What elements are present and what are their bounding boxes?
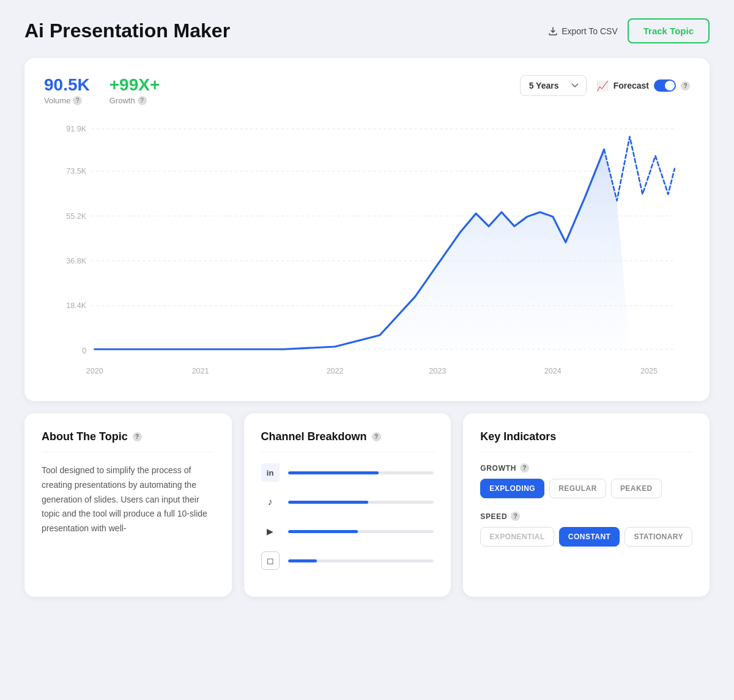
stationary-button[interactable]: STATIONARY bbox=[625, 527, 692, 547]
growth-indicator-help[interactable]: ? bbox=[520, 463, 529, 473]
years-select[interactable]: 5 Years 1 Year 2 Years 10 Years bbox=[520, 75, 587, 96]
instagram-icon: ◻ bbox=[261, 551, 280, 570]
volume-label: Volume ? bbox=[44, 96, 90, 105]
youtube-bar bbox=[288, 530, 434, 533]
volume-help-icon[interactable]: ? bbox=[73, 96, 82, 105]
list-item: ♪ bbox=[261, 493, 434, 511]
channel-title: Channel Breakdown ? bbox=[261, 430, 434, 443]
list-item: ◻ bbox=[261, 551, 434, 570]
indicators-title: Key Indicators bbox=[480, 430, 692, 443]
svg-text:2020: 2020 bbox=[86, 367, 103, 375]
about-text: Tool designed to simplify the process of… bbox=[42, 463, 215, 536]
forecast-label: Forecast bbox=[614, 81, 649, 90]
indicators-divider bbox=[480, 452, 692, 452]
export-button[interactable]: Export To CSV bbox=[548, 26, 618, 36]
chart-card: 90.5K Volume ? +99X+ Growth ? 5 Years 1 … bbox=[24, 58, 710, 401]
growth-help-icon[interactable]: ? bbox=[138, 96, 147, 105]
growth-label: Growth ? bbox=[109, 96, 160, 105]
peaked-button[interactable]: PEAKED bbox=[611, 479, 662, 498]
instagram-bar bbox=[288, 559, 434, 562]
exploding-button[interactable]: EXPLODING bbox=[480, 479, 544, 498]
list-item: ▶ bbox=[261, 522, 434, 540]
growth-indicator-label: GROWTH ? bbox=[480, 463, 692, 473]
forecast-help-icon[interactable]: ? bbox=[681, 81, 690, 90]
forecast-toggle[interactable] bbox=[654, 79, 676, 92]
about-title: About The Topic ? bbox=[42, 430, 215, 443]
speed-indicator-label: SPEED ? bbox=[480, 512, 692, 521]
chart-header: 90.5K Volume ? +99X+ Growth ? 5 Years 1 … bbox=[44, 75, 690, 105]
svg-text:2025: 2025 bbox=[640, 367, 658, 375]
constant-button[interactable]: CONSTANT bbox=[559, 527, 620, 547]
header-actions: Export To CSV Track Topic bbox=[548, 18, 710, 43]
growth-buttons: EXPLODING REGULAR PEAKED bbox=[480, 479, 692, 498]
linkedin-bar bbox=[288, 471, 434, 474]
speed-indicator-help[interactable]: ? bbox=[511, 512, 520, 521]
channel-card: Channel Breakdown ? in ♪ ▶ bbox=[244, 413, 451, 597]
svg-text:2021: 2021 bbox=[192, 367, 209, 375]
speed-indicator: SPEED ? EXPONENTIAL CONSTANT STATIONARY bbox=[480, 512, 692, 547]
svg-text:55.2K: 55.2K bbox=[66, 212, 86, 221]
tiktok-bar bbox=[288, 501, 434, 504]
svg-text:36.8K: 36.8K bbox=[66, 257, 86, 265]
svg-text:73.5K: 73.5K bbox=[66, 167, 86, 175]
speed-buttons: EXPONENTIAL CONSTANT STATIONARY bbox=[480, 527, 692, 547]
page-title: Ai Presentation Maker bbox=[24, 20, 230, 42]
growth-indicator: GROWTH ? EXPLODING REGULAR PEAKED bbox=[480, 463, 692, 498]
chart-controls: 5 Years 1 Year 2 Years 10 Years 📈 Foreca… bbox=[520, 75, 690, 96]
channel-help-icon[interactable]: ? bbox=[372, 432, 381, 441]
trend-chart: 91.9K 73.5K 55.2K 36.8K 18.4K 0 bbox=[44, 117, 690, 386]
volume-value: 90.5K bbox=[44, 75, 90, 95]
about-help-icon[interactable]: ? bbox=[133, 432, 142, 441]
youtube-icon: ▶ bbox=[261, 522, 280, 540]
tiktok-icon: ♪ bbox=[261, 493, 280, 511]
growth-stat: +99X+ Growth ? bbox=[109, 75, 160, 105]
indicators-card: Key Indicators GROWTH ? EXPLODING REGULA… bbox=[463, 413, 710, 597]
growth-value: +99X+ bbox=[109, 75, 160, 95]
page-header: Ai Presentation Maker Export To CSV Trac… bbox=[24, 18, 710, 43]
about-divider bbox=[42, 452, 215, 452]
about-card: About The Topic ? Tool designed to simpl… bbox=[24, 413, 232, 597]
linkedin-icon: in bbox=[261, 463, 280, 482]
forecast-icon: 📈 bbox=[596, 80, 609, 92]
svg-text:18.4K: 18.4K bbox=[66, 301, 86, 310]
volume-stat: 90.5K Volume ? bbox=[44, 75, 90, 105]
chart-area: 91.9K 73.5K 55.2K 36.8K 18.4K 0 bbox=[44, 117, 690, 389]
bottom-cards: About The Topic ? Tool designed to simpl… bbox=[24, 413, 710, 597]
forecast-control: 📈 Forecast ? bbox=[596, 79, 690, 92]
channel-divider bbox=[261, 452, 434, 452]
svg-text:0: 0 bbox=[82, 347, 86, 355]
track-topic-button[interactable]: Track Topic bbox=[628, 18, 710, 43]
export-icon bbox=[548, 26, 558, 36]
regular-button[interactable]: REGULAR bbox=[549, 479, 606, 498]
svg-text:2023: 2023 bbox=[429, 367, 446, 375]
export-label: Export To CSV bbox=[562, 26, 618, 36]
chart-stats: 90.5K Volume ? +99X+ Growth ? bbox=[44, 75, 160, 105]
list-item: in bbox=[261, 463, 434, 482]
exponential-button[interactable]: EXPONENTIAL bbox=[480, 527, 554, 547]
svg-text:2022: 2022 bbox=[327, 367, 344, 375]
channel-list: in ♪ ▶ ◻ bbox=[261, 463, 434, 570]
svg-text:91.9K: 91.9K bbox=[66, 125, 86, 133]
svg-text:2024: 2024 bbox=[544, 367, 562, 375]
